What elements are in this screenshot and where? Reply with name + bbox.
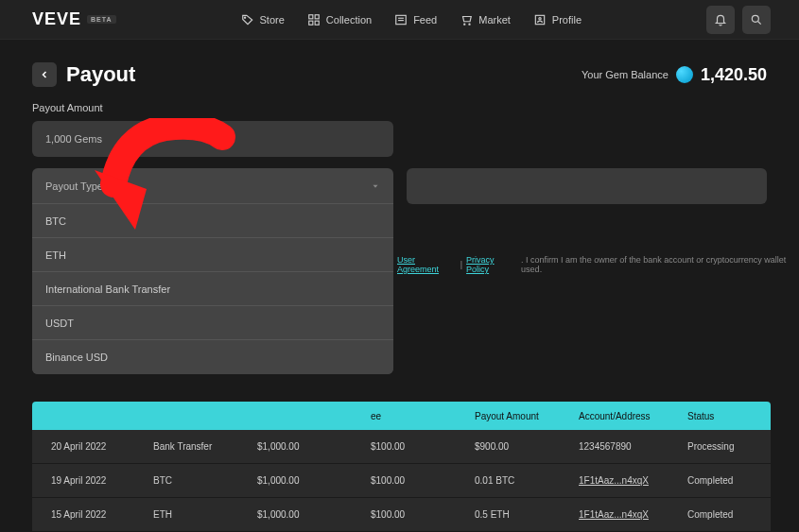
form-area: Payout Amount 1,000 Gems Payout Type... … bbox=[0, 102, 799, 374]
logo: VEVE BETA bbox=[32, 9, 116, 29]
th-account: Account/Address bbox=[571, 411, 680, 421]
amount-label: Payout Amount bbox=[32, 102, 767, 113]
svg-marker-14 bbox=[373, 184, 377, 187]
svg-rect-3 bbox=[309, 21, 313, 25]
svg-rect-2 bbox=[315, 14, 319, 18]
svg-point-8 bbox=[464, 24, 465, 25]
gem-balance: Your Gem Balance 1,420.50 bbox=[582, 65, 767, 85]
table-head: ee Payout Amount Account/Address Status bbox=[32, 402, 771, 430]
nav-profile[interactable]: Profile bbox=[533, 13, 582, 26]
back-button[interactable] bbox=[32, 62, 57, 87]
account-link[interactable]: 1F1tAaz...n4xqX bbox=[571, 509, 680, 520]
user-agreement-link[interactable]: User Agreement bbox=[397, 255, 457, 274]
notifications-button[interactable] bbox=[706, 6, 735, 34]
option-bank[interactable]: International Bank Transfer bbox=[32, 272, 393, 306]
beta-badge: BETA bbox=[87, 15, 116, 24]
logo-text: VEVE bbox=[32, 9, 81, 29]
tag-icon bbox=[241, 13, 254, 26]
feed-icon bbox=[394, 13, 408, 26]
grid-icon bbox=[307, 13, 321, 26]
svg-point-0 bbox=[244, 17, 245, 18]
bell-icon bbox=[714, 13, 727, 26]
select-header[interactable]: Payout Type... bbox=[32, 168, 393, 204]
main-nav: Store Collection Feed Market Profile bbox=[241, 13, 582, 26]
nav-market[interactable]: Market bbox=[460, 13, 511, 26]
privacy-policy-link[interactable]: Privacy Policy bbox=[466, 255, 517, 274]
option-usdt[interactable]: USDT bbox=[32, 306, 393, 340]
th-payout: Payout Amount bbox=[467, 411, 571, 421]
cart-icon bbox=[460, 13, 473, 26]
th-fee: ee bbox=[363, 411, 467, 421]
page-title: Payout bbox=[66, 62, 135, 87]
svg-point-12 bbox=[752, 15, 758, 22]
header-actions bbox=[706, 6, 771, 34]
account-link[interactable]: 1F1tAaz...n4xqX bbox=[571, 475, 680, 486]
search-button[interactable] bbox=[742, 6, 771, 34]
nav-store[interactable]: Store bbox=[241, 13, 285, 26]
balance-label: Your Gem Balance bbox=[582, 69, 669, 80]
chevron-left-icon bbox=[39, 69, 50, 80]
profile-icon bbox=[533, 13, 547, 26]
gem-icon bbox=[676, 66, 693, 83]
search-icon bbox=[750, 13, 763, 26]
nav-collection[interactable]: Collection bbox=[307, 13, 372, 26]
svg-rect-4 bbox=[315, 21, 319, 25]
table-row: 19 April 2022 BTC $1,000.00 $100.00 0.01… bbox=[32, 464, 771, 498]
secondary-input[interactable] bbox=[407, 168, 768, 204]
chevron-down-icon bbox=[371, 181, 380, 191]
option-eth[interactable]: ETH bbox=[32, 238, 393, 272]
page-header: Payout Your Gem Balance 1,420.50 bbox=[0, 40, 799, 102]
table-row: 15 April 2022 ETH $1,000.00 $100.00 0.5 … bbox=[32, 498, 771, 532]
amount-input[interactable]: 1,000 Gems bbox=[32, 121, 393, 157]
balance-amount: 1,420.50 bbox=[701, 65, 767, 85]
dropdown-options: BTC ETH International Bank Transfer USDT… bbox=[32, 204, 393, 374]
option-btc[interactable]: BTC bbox=[32, 204, 393, 238]
svg-line-13 bbox=[758, 21, 761, 24]
svg-point-9 bbox=[469, 24, 470, 25]
table-row: 20 April 2022 Bank Transfer $1,000.00 $1… bbox=[32, 430, 771, 464]
payout-type-select[interactable]: Payout Type... BTC ETH International Ban… bbox=[32, 168, 393, 374]
option-busd[interactable]: Binance USD bbox=[32, 340, 393, 374]
consent-text: User Agreement | Privacy Policy . I conf… bbox=[397, 246, 799, 274]
svg-point-11 bbox=[539, 17, 541, 19]
th-status: Status bbox=[680, 411, 765, 421]
history-table: ee Payout Amount Account/Address Status … bbox=[32, 402, 771, 532]
nav-feed[interactable]: Feed bbox=[394, 13, 437, 26]
app-header: VEVE BETA Store Collection Feed Market P… bbox=[0, 0, 799, 40]
svg-rect-1 bbox=[309, 14, 313, 18]
